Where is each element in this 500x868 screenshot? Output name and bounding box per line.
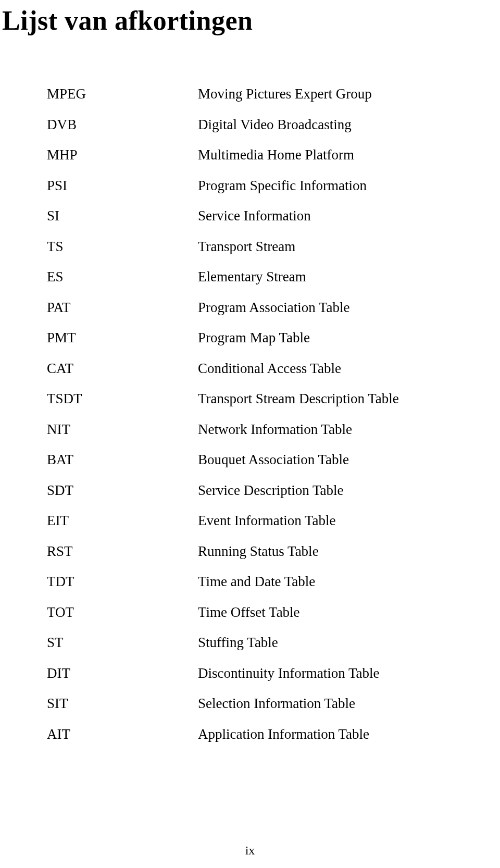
- description: Program Specific Information: [198, 179, 367, 193]
- abbreviation-list: MPEGMoving Pictures Expert GroupDVBDigit…: [47, 87, 497, 741]
- list-item: SDTService Description Table: [47, 483, 497, 498]
- description: Program Association Table: [198, 301, 350, 315]
- abbreviation: MHP: [47, 148, 198, 162]
- description: Conditional Access Table: [198, 362, 341, 376]
- list-item: TDTTime and Date Table: [47, 575, 497, 589]
- abbreviation: NIT: [47, 423, 198, 437]
- description: Time and Date Table: [198, 575, 315, 589]
- abbreviation: AIT: [47, 727, 198, 741]
- description: Running Status Table: [198, 544, 319, 559]
- list-item: DITDiscontinuity Information Table: [47, 666, 497, 680]
- list-item: PATProgram Association Table: [47, 301, 497, 315]
- abbreviation: PSI: [47, 179, 198, 193]
- list-item: SITSelection Information Table: [47, 697, 497, 711]
- description: Moving Pictures Expert Group: [198, 87, 372, 101]
- abbreviation: ES: [47, 270, 198, 284]
- abbreviation: TSDT: [47, 392, 198, 406]
- list-item: TSDTTransport Stream Description Table: [47, 392, 497, 406]
- abbreviation: SIT: [47, 697, 198, 711]
- abbreviation: TDT: [47, 575, 198, 589]
- list-item: CATConditional Access Table: [47, 362, 497, 376]
- abbreviation: RST: [47, 544, 198, 559]
- list-item: SIService Information: [47, 209, 497, 223]
- abbreviation: CAT: [47, 362, 198, 376]
- list-item: STStuffing Table: [47, 636, 497, 650]
- list-item: MPEGMoving Pictures Expert Group: [47, 87, 497, 101]
- list-item: MHPMultimedia Home Platform: [47, 148, 497, 162]
- description: Service Information: [198, 209, 311, 223]
- description: Multimedia Home Platform: [198, 148, 354, 162]
- abbreviation: SDT: [47, 483, 198, 498]
- page-number: ix: [0, 844, 500, 858]
- list-item: EITEvent Information Table: [47, 514, 497, 528]
- description: Digital Video Broadcasting: [198, 118, 352, 132]
- list-item: TOTTime Offset Table: [47, 605, 497, 619]
- description: Event Information Table: [198, 514, 336, 528]
- abbreviation: TOT: [47, 605, 198, 619]
- list-item: TSTransport Stream: [47, 240, 497, 254]
- list-item: PSIProgram Specific Information: [47, 179, 497, 193]
- description: Stuffing Table: [198, 636, 278, 650]
- abbreviation: DVB: [47, 118, 198, 132]
- description: Network Information Table: [198, 423, 352, 437]
- page: Lijst van afkortingen MPEGMoving Picture…: [0, 0, 500, 868]
- description: Discontinuity Information Table: [198, 666, 380, 680]
- list-item: NITNetwork Information Table: [47, 423, 497, 437]
- abbreviation: PMT: [47, 331, 198, 345]
- list-item: BATBouquet Association Table: [47, 453, 497, 467]
- abbreviation: DIT: [47, 666, 198, 680]
- abbreviation: SI: [47, 209, 198, 223]
- abbreviation: BAT: [47, 453, 198, 467]
- description: Elementary Stream: [198, 270, 306, 284]
- list-item: PMTProgram Map Table: [47, 331, 497, 345]
- list-item: RSTRunning Status Table: [47, 544, 497, 559]
- description: Transport Stream: [198, 240, 295, 254]
- abbreviation: ST: [47, 636, 198, 650]
- page-title: Lijst van afkortingen: [2, 5, 497, 36]
- description: Program Map Table: [198, 331, 310, 345]
- abbreviation: TS: [47, 240, 198, 254]
- abbreviation: MPEG: [47, 87, 198, 101]
- list-item: AITApplication Information Table: [47, 727, 497, 741]
- description: Selection Information Table: [198, 697, 355, 711]
- description: Bouquet Association Table: [198, 453, 349, 467]
- list-item: DVBDigital Video Broadcasting: [47, 118, 497, 132]
- list-item: ESElementary Stream: [47, 270, 497, 284]
- abbreviation: PAT: [47, 301, 198, 315]
- description: Time Offset Table: [198, 605, 300, 619]
- abbreviation: EIT: [47, 514, 198, 528]
- description: Service Description Table: [198, 483, 344, 498]
- description: Transport Stream Description Table: [198, 392, 399, 406]
- description: Application Information Table: [198, 727, 369, 741]
